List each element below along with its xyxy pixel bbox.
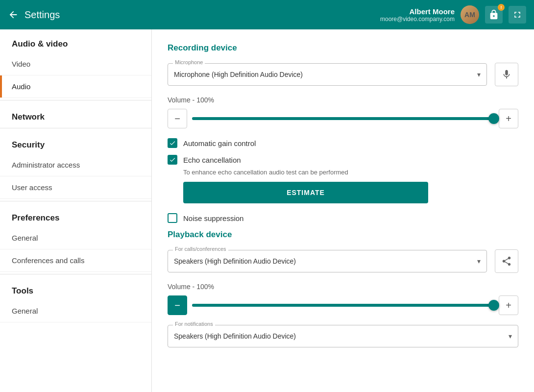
playback-volume-track[interactable] <box>192 304 494 307</box>
calls-speaker-group: For calls/conferences Speakers (High Def… <box>168 249 518 273</box>
recording-volume-track[interactable] <box>192 117 494 120</box>
sidebar-section-audio-video: Audio & video <box>0 29 151 53</box>
sidebar-item-video[interactable]: Video <box>0 53 151 75</box>
playback-volume-slider-row: − + <box>168 295 518 315</box>
playback-volume-decrease-button[interactable]: − <box>168 295 187 315</box>
calls-speaker-control[interactable]: Speakers (High Definition Audio Device) … <box>168 250 486 272</box>
playback-volume-thumb[interactable] <box>488 300 499 311</box>
sidebar-item-conferences[interactable]: Conferences and calls <box>0 249 151 272</box>
calls-speaker-value: Speakers (High Definition Audio Device) <box>174 257 296 265</box>
calls-speaker-select[interactable]: For calls/conferences Speakers (High Def… <box>168 250 487 272</box>
sidebar-item-admin-access[interactable]: Administrator access <box>0 154 151 176</box>
microphone-icon-button[interactable] <box>495 63 518 86</box>
speaker-icon-button[interactable] <box>495 249 518 273</box>
chevron-down-icon: ▾ <box>509 332 512 340</box>
auto-gain-row: Automatic gain control <box>168 138 518 148</box>
microphone-select[interactable]: Microphone Microphone (High Definition A… <box>168 63 487 86</box>
sidebar-section-security: Security <box>0 130 151 154</box>
main-content: Recording device Microphone Microphone (… <box>152 29 534 392</box>
app-header: Settings Albert Moore moore@video.compan… <box>0 0 534 29</box>
chevron-down-icon: ▾ <box>477 71 481 78</box>
badge: ! <box>498 4 505 11</box>
calls-field-label: For calls/conferences <box>173 246 228 252</box>
notifications-speaker-group: For notifications Speakers (High Definit… <box>168 325 518 347</box>
user-name: Albert Moore <box>380 7 455 16</box>
sidebar-section-network: Network <box>0 102 151 126</box>
microphone-field-label: Microphone <box>173 59 205 65</box>
sidebar-item-tools-general[interactable]: General <box>0 300 151 322</box>
lock-icon-button[interactable]: ! <box>485 6 503 24</box>
recording-volume-decrease-button[interactable]: − <box>168 109 187 128</box>
auto-gain-checkbox[interactable] <box>168 138 177 148</box>
recording-volume-label: Volume - 100% <box>168 96 518 104</box>
microphone-group: Microphone Microphone (High Definition A… <box>168 63 518 86</box>
noise-suppress-label: Noise suppression <box>183 214 243 222</box>
playback-volume-increase-button[interactable]: + <box>499 295 518 315</box>
notifications-speaker-control[interactable]: Speakers (High Definition Audio Device) … <box>168 325 518 347</box>
playback-section-title: Playback device <box>168 230 518 240</box>
recording-volume-increase-button[interactable]: + <box>499 109 518 128</box>
echo-cancel-row: Echo cancellation <box>168 155 518 165</box>
recording-volume-slider-row: − + <box>168 109 518 128</box>
microphone-select-control[interactable]: Microphone (High Definition Audio Device… <box>168 64 486 85</box>
playback-volume-label: Volume - 100% <box>168 283 518 291</box>
recording-section-title: Recording device <box>168 43 518 53</box>
echo-note: To enhance echo cancellation audio test … <box>183 169 518 176</box>
sidebar-item-general-prefs[interactable]: General <box>0 227 151 249</box>
back-button[interactable] <box>8 9 19 20</box>
layout: Audio & video Video Audio Network Securi… <box>0 29 534 392</box>
divider <box>0 100 151 100</box>
sidebar-section-preferences: Preferences <box>0 203 151 227</box>
divider <box>0 274 151 274</box>
sidebar-section-tools: Tools <box>0 276 151 300</box>
playback-volume-fill <box>192 304 494 307</box>
recording-volume-thumb[interactable] <box>488 113 499 124</box>
page-title: Settings <box>24 9 380 21</box>
microphone-value: Microphone (High Definition Audio Device… <box>174 71 303 78</box>
noise-suppress-row: Noise suppression <box>168 213 518 223</box>
sidebar-item-user-access[interactable]: User access <box>0 176 151 199</box>
echo-cancel-label: Echo cancellation <box>183 156 241 164</box>
sidebar-item-audio[interactable]: Audio <box>0 75 151 98</box>
auto-gain-label: Automatic gain control <box>183 139 256 147</box>
divider <box>0 128 151 128</box>
notifications-speaker-value: Speakers (High Definition Audio Device) <box>174 332 296 340</box>
notifications-field-label: For notifications <box>173 321 215 327</box>
recording-volume-fill <box>192 117 494 120</box>
estimate-button[interactable]: ESTIMATE <box>183 182 428 203</box>
playback-section: Playback device For calls/conferences Sp… <box>168 230 518 347</box>
divider <box>0 201 151 201</box>
user-info: Albert Moore moore@video.company.com <box>380 7 455 23</box>
echo-cancel-checkbox[interactable] <box>168 155 177 165</box>
header-right: Albert Moore moore@video.company.com AM … <box>380 5 526 24</box>
sidebar: Audio & video Video Audio Network Securi… <box>0 29 152 392</box>
chevron-down-icon: ▾ <box>477 257 481 265</box>
user-email: moore@video.company.com <box>380 16 455 23</box>
avatar: AM <box>461 5 479 24</box>
noise-suppress-checkbox[interactable] <box>168 213 177 223</box>
notifications-speaker-select[interactable]: For notifications Speakers (High Definit… <box>168 325 518 347</box>
fullscreen-button[interactable] <box>509 6 526 24</box>
